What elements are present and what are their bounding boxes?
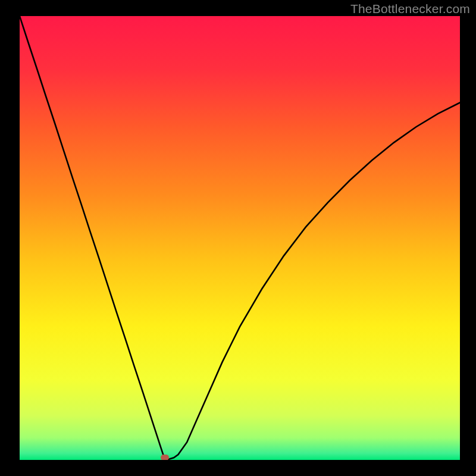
bottleneck-curve (20, 16, 460, 460)
plot-area (20, 16, 460, 460)
optimal-point-marker (161, 455, 169, 460)
curve-svg (20, 16, 460, 460)
watermark-text: TheBottlenecker.com (350, 2, 470, 16)
chart-frame: TheBottlenecker.com (0, 0, 476, 476)
